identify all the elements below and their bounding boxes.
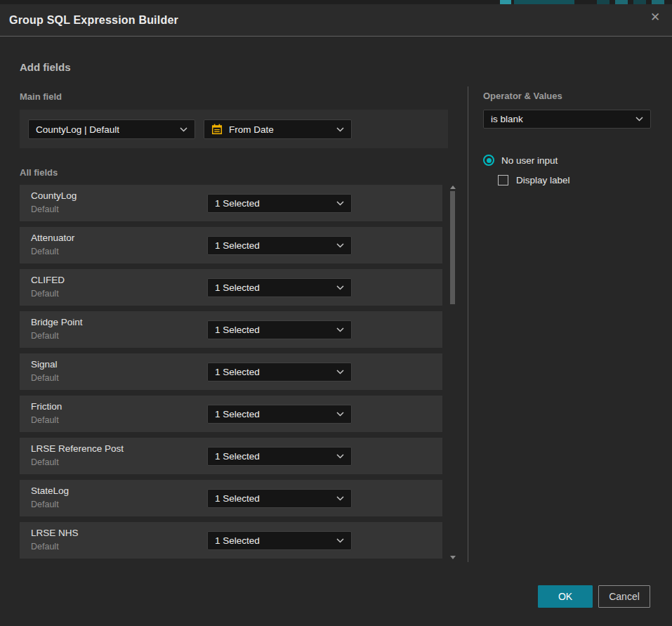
dialog-title: Group SQL Expression Builder xyxy=(9,14,178,27)
field-name: LRSE Reference Post xyxy=(31,443,124,454)
field-row: Friction Default 1 Selected xyxy=(20,396,442,432)
field-name: Friction xyxy=(31,401,62,412)
field-selection-value: 1 Selected xyxy=(215,367,260,377)
field-name: Signal xyxy=(31,359,58,370)
field-name: LRSE NHS xyxy=(31,528,79,538)
operator-values-label: Operator & Values xyxy=(483,91,562,101)
field-selection-dropdown[interactable]: 1 Selected xyxy=(207,363,352,382)
chevron-down-icon xyxy=(635,117,643,122)
field-subtitle: Default xyxy=(31,289,59,299)
field-row: Attenuator Default 1 Selected xyxy=(20,227,442,263)
chevron-down-icon xyxy=(336,285,344,290)
field-subtitle: Default xyxy=(31,542,59,552)
calendar-date-icon xyxy=(211,124,223,135)
dialog-header: Group SQL Expression Builder xyxy=(0,4,672,37)
layer-select-dropdown[interactable]: CountyLog | Default xyxy=(28,119,195,139)
no-user-input-radio[interactable]: No user input xyxy=(483,155,558,166)
field-name: Bridge Point xyxy=(31,317,83,327)
field-row: CountyLog Default 1 Selected xyxy=(20,185,442,221)
field-row: LRSE NHS Default 1 Selected xyxy=(20,522,442,559)
group-sql-expression-builder-dialog: Group SQL Expression Builder ✕ Add field… xyxy=(0,0,672,626)
radio-selected-icon xyxy=(483,155,494,166)
field-subtitle: Default xyxy=(31,500,59,509)
main-field-panel: CountyLog | Default From Date xyxy=(20,110,448,148)
field-selection-dropdown[interactable]: 1 Selected xyxy=(207,194,352,213)
scroll-up-arrow-icon[interactable] xyxy=(450,185,456,189)
scrollbar-thumb[interactable] xyxy=(450,191,455,304)
field-subtitle: Default xyxy=(31,204,59,214)
field-subtitle: Default xyxy=(31,457,59,467)
field-name: CountyLog xyxy=(31,190,77,201)
all-fields-label: All fields xyxy=(20,167,58,178)
field-selection-value: 1 Selected xyxy=(215,493,260,504)
layer-select-value: CountyLog | Default xyxy=(36,124,119,135)
field-selection-value: 1 Selected xyxy=(215,282,260,293)
chevron-down-icon xyxy=(180,127,187,132)
field-selection-dropdown[interactable]: 1 Selected xyxy=(207,447,352,466)
field-selection-dropdown[interactable]: 1 Selected xyxy=(207,278,352,297)
list-scrollbar[interactable] xyxy=(449,181,457,565)
field-subtitle: Default xyxy=(31,415,59,425)
field-row: CLIFED Default 1 Selected xyxy=(20,269,442,306)
display-label-checkbox[interactable]: Display label xyxy=(498,175,570,185)
all-fields-list: CountyLog Default 1 Selected Attenuator … xyxy=(20,185,442,564)
field-selection-dropdown[interactable]: 1 Selected xyxy=(207,489,352,508)
field-name: CLIFED xyxy=(31,275,65,285)
field-selection-dropdown[interactable]: 1 Selected xyxy=(207,236,352,255)
main-field-label: Main field xyxy=(20,91,62,102)
field-selection-value: 1 Selected xyxy=(215,451,260,462)
chevron-down-icon xyxy=(336,454,344,459)
no-user-input-label: No user input xyxy=(501,155,558,166)
field-subtitle: Default xyxy=(31,247,59,256)
cancel-button[interactable]: Cancel xyxy=(598,585,650,608)
field-name: StateLog xyxy=(31,485,69,496)
panel-divider xyxy=(468,86,468,562)
chevron-down-icon xyxy=(336,127,344,132)
field-selection-value: 1 Selected xyxy=(215,240,260,251)
chevron-down-icon xyxy=(336,496,344,501)
field-selection-dropdown[interactable]: 1 Selected xyxy=(207,320,352,339)
chevron-down-icon xyxy=(336,538,344,543)
field-subtitle: Default xyxy=(31,331,59,341)
field-row: Signal Default 1 Selected xyxy=(20,353,442,390)
field-selection-value: 1 Selected xyxy=(215,535,260,546)
operator-select-value: is blank xyxy=(491,114,523,124)
chevron-down-icon xyxy=(336,370,344,374)
field-row: StateLog Default 1 Selected xyxy=(20,480,442,516)
close-icon[interactable]: ✕ xyxy=(647,8,664,25)
checkbox-unchecked-icon xyxy=(498,175,508,185)
field-selection-value: 1 Selected xyxy=(215,409,260,419)
chevron-down-icon xyxy=(336,327,344,332)
display-label-text: Display label xyxy=(516,175,570,185)
field-selection-value: 1 Selected xyxy=(215,198,260,209)
field-subtitle: Default xyxy=(31,373,59,383)
field-row: Bridge Point Default 1 Selected xyxy=(20,311,442,348)
field-name: Attenuator xyxy=(31,233,74,243)
operator-select-dropdown[interactable]: is blank xyxy=(483,110,651,129)
chevron-down-icon xyxy=(336,243,344,248)
field-selection-dropdown[interactable]: 1 Selected xyxy=(207,531,352,550)
field-row: LRSE Reference Post Default 1 Selected xyxy=(20,438,442,474)
scroll-down-arrow-icon[interactable] xyxy=(450,556,456,559)
field-selection-value: 1 Selected xyxy=(215,325,260,335)
field-selection-dropdown[interactable]: 1 Selected xyxy=(207,405,352,424)
ok-button[interactable]: OK xyxy=(538,585,593,608)
chevron-down-icon xyxy=(336,201,344,206)
field-select-value: From Date xyxy=(229,124,274,135)
add-fields-heading: Add fields xyxy=(20,61,71,73)
chevron-down-icon xyxy=(336,412,344,417)
field-select-dropdown[interactable]: From Date xyxy=(204,119,352,139)
